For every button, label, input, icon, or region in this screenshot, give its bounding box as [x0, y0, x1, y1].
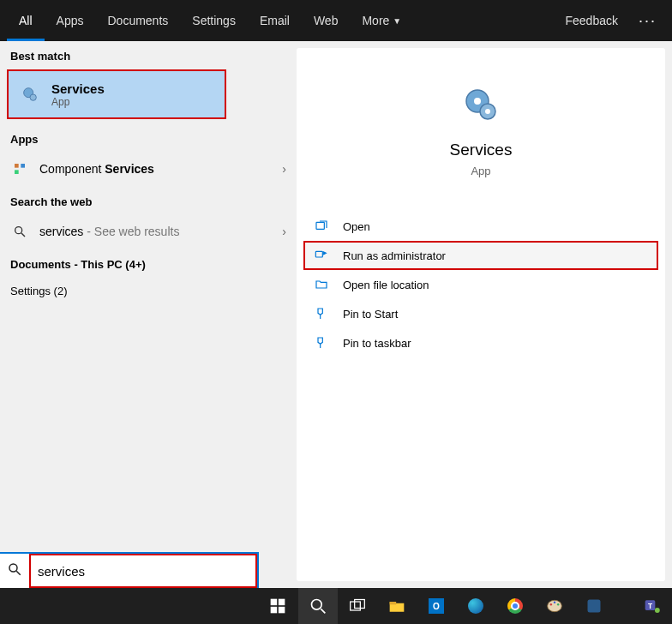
action-open-label: Open	[343, 220, 370, 233]
chrome-icon[interactable]	[495, 588, 535, 624]
tab-settings[interactable]: Settings	[180, 0, 248, 41]
teams-icon[interactable]: T	[633, 588, 672, 624]
svg-rect-11	[316, 222, 324, 229]
svg-text:T: T	[648, 602, 652, 610]
chevron-right-icon: ›	[282, 162, 286, 176]
tab-all[interactable]: All	[7, 0, 45, 41]
best-match-sub: App	[51, 96, 105, 108]
more-options-icon[interactable]: ···	[630, 12, 665, 30]
preview-panel: Services App Open Run as administrator O…	[297, 48, 665, 581]
search-icon	[10, 225, 29, 238]
pin-icon	[312, 307, 331, 321]
svg-rect-18	[279, 599, 285, 606]
chevron-right-icon: ›	[282, 225, 286, 238]
search-input[interactable]	[31, 555, 255, 586]
documents-section-label[interactable]: Documents - This PC (4+)	[0, 249, 297, 276]
filter-tabs: All Apps Documents Settings Email Web Mo…	[0, 0, 672, 41]
feedback-link[interactable]: Feedback	[554, 0, 630, 41]
component-services-icon	[10, 162, 29, 176]
taskbar-search-button[interactable]	[298, 588, 338, 624]
tab-email[interactable]: Email	[248, 0, 302, 41]
edge-icon[interactable]	[456, 588, 495, 624]
apps-section-label: Apps	[0, 124, 297, 151]
admin-shield-icon	[312, 249, 331, 262]
svg-rect-30	[588, 600, 601, 613]
chevron-down-icon: ▼	[393, 16, 401, 26]
gear-icon	[459, 82, 503, 127]
svg-point-33	[655, 608, 660, 613]
results-panel: Best match Services App Apps Component S…	[0, 41, 297, 588]
svg-rect-3	[21, 164, 25, 168]
task-view-button[interactable]	[338, 588, 377, 624]
pin-icon	[312, 336, 331, 350]
search-web-label: Search the web	[0, 187, 297, 213]
svg-line-6	[21, 233, 25, 237]
action-open-file-location[interactable]: Open file location	[297, 270, 665, 299]
taskbar: O T	[0, 588, 672, 624]
svg-point-27	[550, 603, 553, 606]
svg-rect-23	[351, 602, 361, 610]
svg-point-29	[557, 603, 560, 606]
svg-point-21	[312, 600, 322, 610]
result-web-search[interactable]: services - See web results ›	[0, 213, 297, 249]
component-services-label: Component Services	[39, 162, 282, 176]
tab-apps[interactable]: Apps	[45, 0, 96, 41]
start-button[interactable]	[257, 588, 298, 624]
gear-icon	[19, 83, 41, 105]
svg-point-5	[15, 227, 22, 234]
action-pin-start-label: Pin to Start	[343, 308, 398, 321]
action-open[interactable]: Open	[297, 212, 665, 241]
web-search-label: services - See web results	[39, 225, 282, 238]
svg-point-10	[485, 109, 490, 114]
svg-point-9	[474, 98, 481, 105]
svg-line-22	[321, 609, 325, 613]
action-run-admin-label: Run as administrator	[343, 249, 446, 262]
tab-more[interactable]: More▼	[350, 0, 413, 41]
settings-section-label[interactable]: Settings (2)	[0, 276, 297, 303]
search-box[interactable]	[0, 554, 257, 588]
result-component-services[interactable]: Component Services ›	[0, 151, 297, 187]
best-match-services[interactable]: Services App	[7, 69, 226, 119]
open-icon	[312, 219, 331, 233]
svg-rect-24	[355, 600, 365, 609]
action-run-as-admin[interactable]: Run as administrator	[303, 241, 658, 270]
search-icon	[7, 561, 22, 580]
svg-point-1	[30, 94, 36, 100]
svg-point-28	[554, 602, 556, 604]
action-pin-taskbar-label: Pin to taskbar	[343, 337, 411, 350]
action-open-loc-label: Open file location	[343, 279, 429, 291]
svg-rect-4	[15, 170, 19, 174]
svg-rect-20	[279, 607, 285, 614]
preview-title: Services	[297, 141, 665, 159]
action-pin-to-taskbar[interactable]: Pin to taskbar	[297, 328, 665, 357]
action-pin-to-start[interactable]: Pin to Start	[297, 299, 665, 328]
svg-point-15	[9, 564, 17, 572]
file-explorer-icon[interactable]	[377, 588, 417, 624]
svg-rect-17	[271, 599, 278, 606]
preview-subtitle: App	[297, 165, 665, 177]
svg-rect-19	[271, 607, 278, 614]
outlook-icon[interactable]: O	[417, 588, 456, 624]
tab-web[interactable]: Web	[302, 0, 351, 41]
paint-icon[interactable]	[535, 588, 574, 624]
folder-icon	[312, 278, 331, 291]
app-icon[interactable]	[574, 588, 614, 624]
best-match-title: Services	[51, 81, 105, 96]
svg-line-16	[16, 571, 21, 575]
svg-rect-12	[315, 251, 322, 257]
tab-documents[interactable]: Documents	[95, 0, 180, 41]
svg-rect-2	[15, 164, 19, 168]
best-match-label: Best match	[0, 41, 297, 68]
svg-rect-25	[390, 602, 397, 604]
